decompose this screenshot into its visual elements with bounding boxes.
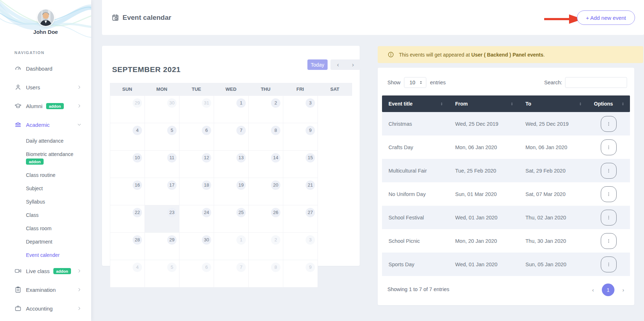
calendar-day-cell-16[interactable]: 16 — [110, 178, 145, 205]
day-number: 11 — [167, 153, 177, 162]
calendar-day-cell-29[interactable]: 29 — [145, 233, 179, 260]
sidebar-item-live-class[interactable]: Live classaddon — [0, 262, 91, 280]
calendar-day-cell-18[interactable]: 18 — [179, 178, 214, 205]
pagination-next-button[interactable]: › — [622, 287, 624, 293]
table-row-crafts-day: Crafts DayMon, 06 Jan 2020Mon, 06 Jan 20… — [382, 135, 630, 159]
calendar-day-cell-1[interactable]: 1 — [214, 96, 249, 123]
dots-vertical-icon — [606, 238, 611, 244]
sort-icon — [578, 102, 582, 106]
add-new-event-button[interactable]: + Add new event — [577, 10, 635, 25]
dots-vertical-icon — [606, 144, 611, 151]
calendar-day-cell-2[interactable]: 2 — [249, 96, 283, 123]
calendar-day-cell-27[interactable]: 27 — [283, 205, 318, 233]
calendar-day-cell-22[interactable]: 22 — [110, 205, 145, 233]
calendar-day-cell-19[interactable]: 19 — [214, 178, 249, 205]
events-table-card: Show 10 entries Search: Event titleFromT… — [378, 68, 634, 305]
calendar-day-cell-21[interactable]: 21 — [283, 178, 318, 205]
page-title: Event calendar — [112, 0, 171, 35]
sidebar-subitem-daily-attendance[interactable]: Daily attendance — [0, 134, 91, 147]
sidebar-subitem-department[interactable]: Department — [0, 235, 91, 248]
day-number: 25 — [236, 208, 246, 217]
pagination-prev-button[interactable]: ‹ — [592, 287, 594, 293]
calendar-grid: SUNMONTUEWEDTHUFRISAT 293031123456789101… — [110, 83, 352, 287]
alert-text: This events will get appeared at User ( … — [399, 52, 545, 58]
calendar-day-cell-15[interactable]: 15 — [283, 151, 318, 178]
calendar-day-cell-31-muted[interactable]: 31 — [179, 96, 214, 123]
calendar-day-cell-7-muted[interactable]: 7 — [214, 260, 249, 287]
calendar-day-cell-30[interactable]: 30 — [179, 233, 214, 260]
calendar-day-cell-4[interactable]: 4 — [110, 123, 145, 151]
calendar-day-cell-6[interactable]: 6 — [179, 123, 214, 151]
column-header-from[interactable]: From — [449, 95, 519, 112]
calendar-day-cell-30-muted[interactable]: 30 — [145, 96, 179, 123]
row-options-button[interactable] — [601, 233, 617, 249]
calendar-next-button[interactable]: › — [346, 59, 361, 70]
column-header-event-title[interactable]: Event title — [382, 95, 449, 112]
search-input[interactable] — [565, 77, 627, 88]
day-number: 27 — [306, 208, 315, 217]
sidebar-item-accounting[interactable]: Accounting — [0, 299, 91, 318]
day-number: 16 — [133, 180, 142, 190]
calendar-day-cell-12[interactable]: 12 — [179, 151, 214, 178]
calendar-day-cell-29-muted[interactable]: 29 — [110, 96, 145, 123]
day-number: 8 — [271, 263, 280, 272]
sidebar-item-users[interactable]: Users — [0, 78, 91, 97]
sidebar-item-alumni[interactable]: Alumniaddon — [0, 97, 91, 115]
calendar-day-cell-17[interactable]: 17 — [145, 178, 179, 205]
calendar-day-cell-13[interactable]: 13 — [214, 151, 249, 178]
dots-vertical-icon — [606, 214, 611, 221]
calendar-day-cell-5-muted[interactable]: 5 — [145, 260, 179, 287]
sidebar-subitem-biometric-attendance[interactable]: Biometric attendanceaddon — [0, 147, 91, 168]
calendar-day-cell-8[interactable]: 8 — [249, 123, 283, 151]
calendar-day-cell-10[interactable]: 10 — [110, 151, 145, 178]
addon-badge: addon — [46, 103, 64, 109]
sidebar-subitem-class-routine[interactable]: Class routine — [0, 168, 91, 182]
row-options-button[interactable] — [601, 163, 617, 179]
row-options-button[interactable] — [601, 186, 617, 202]
sidebar-item-academic[interactable]: Academic — [0, 115, 91, 134]
calendar-day-cell-26[interactable]: 26 — [249, 205, 283, 233]
calendar-day-header-fri: FRI — [283, 83, 317, 96]
sidebar-subitem-class[interactable]: Class — [0, 208, 91, 222]
top-bar: Event calendar + Add new event — [102, 0, 644, 35]
calendar-day-cell-24[interactable]: 24 — [179, 205, 214, 233]
calendar-day-cell-9[interactable]: 9 — [283, 123, 318, 151]
page-size-select[interactable]: 10 — [404, 77, 426, 88]
calendar-today-button[interactable]: Today — [307, 59, 328, 70]
event-from-cell: Wed, 25 Dec 2019 — [449, 112, 519, 135]
sidebar-subitem-syllabus[interactable]: Syllabus — [0, 195, 91, 208]
calendar-day-cell-3[interactable]: 3 — [283, 96, 318, 123]
row-options-button[interactable] — [601, 257, 617, 272]
calendar-day-cell-28[interactable]: 28 — [110, 233, 145, 260]
calendar-day-cell-3-muted[interactable]: 3 — [283, 233, 318, 260]
sidebar-subitem-subject[interactable]: Subject — [0, 182, 91, 195]
calendar-card: SEPTEMBER 2021 Today ‹ › SUNMONTUEWEDTHU… — [102, 46, 360, 266]
calendar-day-cell-7[interactable]: 7 — [214, 123, 249, 151]
row-options-button[interactable] — [601, 210, 617, 226]
sidebar-item-dashboard[interactable]: Dashboard — [0, 59, 91, 78]
calendar-day-cell-6-muted[interactable]: 6 — [179, 260, 214, 287]
sidebar-subitem-event-calender[interactable]: Event calender — [0, 248, 91, 262]
calendar-day-cell-11[interactable]: 11 — [145, 151, 179, 178]
column-header-options[interactable]: Options — [587, 95, 630, 112]
sidebar-item-examination[interactable]: Examination — [0, 280, 91, 299]
column-header-to[interactable]: To — [519, 95, 587, 112]
pagination-page-1-button[interactable]: 1 — [602, 284, 614, 296]
sidebar-subitem-class-room[interactable]: Class room — [0, 222, 91, 235]
row-options-button[interactable] — [601, 116, 617, 132]
event-calendar-page: { "colors": { "accent": "#6c63f0", "toda… — [0, 0, 644, 321]
calendar-day-cell-23[interactable]: 23 — [145, 205, 179, 233]
calendar-day-cell-20[interactable]: 20 — [249, 178, 283, 205]
calendar-prev-button[interactable]: ‹ — [330, 59, 346, 70]
calendar-day-cell-25[interactable]: 25 — [214, 205, 249, 233]
calendar-day-cell-2-muted[interactable]: 2 — [249, 233, 283, 260]
calendar-day-cell-4-muted[interactable]: 4 — [110, 260, 145, 287]
day-number: 21 — [306, 180, 315, 190]
row-options-button[interactable] — [601, 139, 617, 155]
calendar-day-cell-1-muted[interactable]: 1 — [214, 233, 249, 260]
calendar-day-cell-14[interactable]: 14 — [249, 151, 283, 178]
calendar-day-cell-5[interactable]: 5 — [145, 123, 179, 151]
entries-label: entries — [430, 80, 446, 85]
calendar-day-cell-8-muted[interactable]: 8 — [249, 260, 283, 287]
calendar-day-cell-9-muted[interactable]: 9 — [283, 260, 318, 287]
